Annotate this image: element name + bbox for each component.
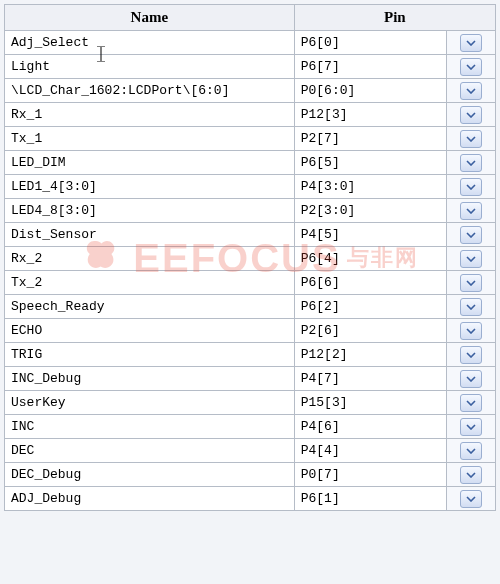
- pin-cell[interactable]: P6[4]: [294, 247, 446, 271]
- pin-cell[interactable]: P15[3]: [294, 391, 446, 415]
- pin-dropdown-cell: [446, 367, 495, 391]
- pin-dropdown-cell: [446, 415, 495, 439]
- pin-cell[interactable]: P4[5]: [294, 223, 446, 247]
- pin-cell[interactable]: P2[3:0]: [294, 199, 446, 223]
- chevron-down-icon: [466, 424, 476, 430]
- pin-dropdown-button[interactable]: [460, 298, 482, 316]
- table-row: INCP4[6]: [5, 415, 496, 439]
- pin-dropdown-button[interactable]: [460, 442, 482, 460]
- name-cell[interactable]: ECHO: [5, 319, 295, 343]
- pin-dropdown-button[interactable]: [460, 154, 482, 172]
- pin-dropdown-cell: [446, 391, 495, 415]
- name-cell[interactable]: UserKey: [5, 391, 295, 415]
- pin-dropdown-button[interactable]: [460, 34, 482, 52]
- pin-cell[interactable]: P0[6:0]: [294, 79, 446, 103]
- pin-cell[interactable]: P6[6]: [294, 271, 446, 295]
- name-cell[interactable]: Rx_2: [5, 247, 295, 271]
- pin-cell[interactable]: P12[3]: [294, 103, 446, 127]
- pin-dropdown-cell: [446, 79, 495, 103]
- name-cell[interactable]: Dist_Sensor: [5, 223, 295, 247]
- name-cell[interactable]: Speech_Ready: [5, 295, 295, 319]
- table-row: ECHOP2[6]: [5, 319, 496, 343]
- chevron-down-icon: [466, 448, 476, 454]
- pin-dropdown-button[interactable]: [460, 82, 482, 100]
- name-cell[interactable]: LED4_8[3:0]: [5, 199, 295, 223]
- table-row: Dist_SensorP4[5]: [5, 223, 496, 247]
- pin-dropdown-cell: [446, 295, 495, 319]
- table-row: Rx_2P6[4]: [5, 247, 496, 271]
- pin-dropdown-button[interactable]: [460, 466, 482, 484]
- table-row: LED_DIMP6[5]: [5, 151, 496, 175]
- table-row: ADJ_DebugP6[1]: [5, 487, 496, 511]
- pin-cell[interactable]: P6[5]: [294, 151, 446, 175]
- pin-cell[interactable]: P2[7]: [294, 127, 446, 151]
- pin-dropdown-button[interactable]: [460, 106, 482, 124]
- chevron-down-icon: [466, 88, 476, 94]
- column-header-name[interactable]: Name: [5, 5, 295, 31]
- pin-dropdown-button[interactable]: [460, 490, 482, 508]
- name-cell[interactable]: DEC_Debug: [5, 463, 295, 487]
- name-cell[interactable]: LED_DIM: [5, 151, 295, 175]
- pin-dropdown-cell: [446, 463, 495, 487]
- chevron-down-icon: [466, 304, 476, 310]
- pin-cell[interactable]: P0[7]: [294, 463, 446, 487]
- chevron-down-icon: [466, 256, 476, 262]
- pin-dropdown-cell: [446, 103, 495, 127]
- pin-cell[interactable]: P12[2]: [294, 343, 446, 367]
- pin-dropdown-button[interactable]: [460, 226, 482, 244]
- name-cell[interactable]: Light: [5, 55, 295, 79]
- pin-dropdown-button[interactable]: [460, 130, 482, 148]
- pin-cell[interactable]: P6[0]: [294, 31, 446, 55]
- chevron-down-icon: [466, 280, 476, 286]
- table-row: Adj_SelectP6[0]: [5, 31, 496, 55]
- name-cell[interactable]: INC: [5, 415, 295, 439]
- pin-dropdown-cell: [446, 247, 495, 271]
- name-cell[interactable]: INC_Debug: [5, 367, 295, 391]
- chevron-down-icon: [466, 376, 476, 382]
- name-cell[interactable]: ADJ_Debug: [5, 487, 295, 511]
- pin-cell[interactable]: P4[7]: [294, 367, 446, 391]
- table-row: Rx_1P12[3]: [5, 103, 496, 127]
- chevron-down-icon: [466, 352, 476, 358]
- pin-cell[interactable]: P6[7]: [294, 55, 446, 79]
- name-cell[interactable]: LED1_4[3:0]: [5, 175, 295, 199]
- table-row: Tx_2P6[6]: [5, 271, 496, 295]
- name-cell[interactable]: TRIG: [5, 343, 295, 367]
- pin-dropdown-button[interactable]: [460, 178, 482, 196]
- pin-dropdown-button[interactable]: [460, 394, 482, 412]
- name-cell[interactable]: \LCD_Char_1602:LCDPort\[6:0]: [5, 79, 295, 103]
- pin-dropdown-button[interactable]: [460, 58, 482, 76]
- table-row: UserKeyP15[3]: [5, 391, 496, 415]
- pin-dropdown-button[interactable]: [460, 202, 482, 220]
- pin-dropdown-button[interactable]: [460, 370, 482, 388]
- pin-cell[interactable]: P4[6]: [294, 415, 446, 439]
- pin-cell[interactable]: P2[6]: [294, 319, 446, 343]
- pin-dropdown-button[interactable]: [460, 274, 482, 292]
- name-cell[interactable]: Tx_1: [5, 127, 295, 151]
- name-cell[interactable]: Rx_1: [5, 103, 295, 127]
- pin-cell[interactable]: P6[1]: [294, 487, 446, 511]
- pin-dropdown-cell: [446, 271, 495, 295]
- name-cell[interactable]: Adj_Select: [5, 31, 295, 55]
- chevron-down-icon: [466, 496, 476, 502]
- table-row: LED1_4[3:0]P4[3:0]: [5, 175, 496, 199]
- name-cell[interactable]: DEC: [5, 439, 295, 463]
- chevron-down-icon: [466, 112, 476, 118]
- pin-cell[interactable]: P6[2]: [294, 295, 446, 319]
- pin-dropdown-cell: [446, 175, 495, 199]
- pin-dropdown-button[interactable]: [460, 322, 482, 340]
- name-cell[interactable]: Tx_2: [5, 271, 295, 295]
- pin-cell[interactable]: P4[4]: [294, 439, 446, 463]
- column-header-pin[interactable]: Pin: [294, 5, 495, 31]
- chevron-down-icon: [466, 400, 476, 406]
- chevron-down-icon: [466, 472, 476, 478]
- pin-dropdown-cell: [446, 439, 495, 463]
- pin-dropdown-button[interactable]: [460, 418, 482, 436]
- pin-dropdown-button[interactable]: [460, 346, 482, 364]
- pin-dropdown-cell: [446, 319, 495, 343]
- pin-dropdown-button[interactable]: [460, 250, 482, 268]
- pin-cell[interactable]: P4[3:0]: [294, 175, 446, 199]
- pin-dropdown-cell: [446, 223, 495, 247]
- table-row: Tx_1P2[7]: [5, 127, 496, 151]
- chevron-down-icon: [466, 64, 476, 70]
